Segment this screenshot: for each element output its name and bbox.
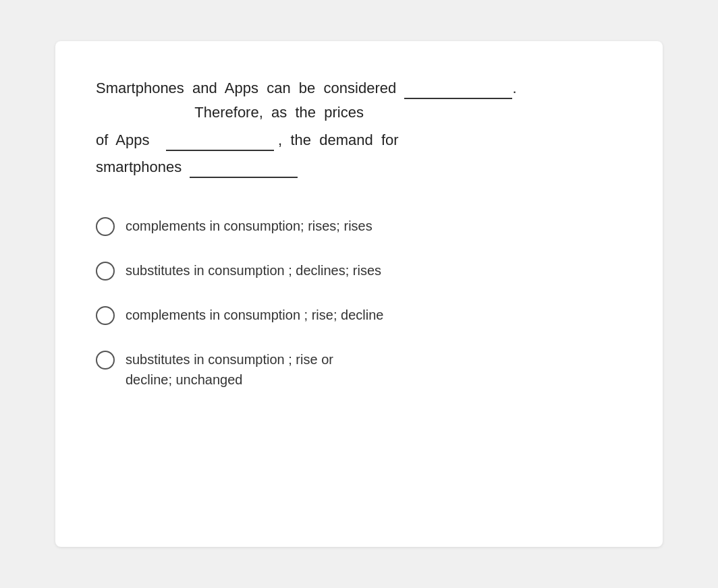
option-a-label: complements in consumption; rises; rises (126, 216, 372, 236)
question-line2: Therefore, as the prices (96, 104, 364, 121)
question-card: Smartphones and Apps can be considered .… (55, 41, 663, 547)
option-a[interactable]: complements in consumption; rises; rises (96, 204, 622, 248)
option-c-label: complements in consumption ; rise; decli… (126, 305, 383, 325)
blank-2 (166, 125, 274, 151)
option-d[interactable]: substitutes in consumption ; rise ordecl… (96, 337, 622, 402)
option-d-label: substitutes in consumption ; rise ordecl… (126, 349, 333, 390)
radio-a[interactable] (96, 217, 115, 236)
blank-3 (190, 152, 298, 178)
option-c[interactable]: complements in consumption ; rise; decli… (96, 293, 622, 337)
question-line3: of Apps , the demand for (96, 131, 399, 148)
option-b-label: substitutes in consumption ; declines; r… (126, 260, 381, 281)
question-line1: Smartphones and Apps can be considered . (96, 80, 517, 96)
blank-1 (404, 74, 512, 99)
question-line4: smartphones (96, 158, 298, 175)
options-list: complements in consumption; rises; rises… (96, 204, 622, 402)
radio-b[interactable] (96, 262, 115, 281)
question-text: Smartphones and Apps can be considered .… (96, 74, 622, 179)
radio-d[interactable] (96, 351, 115, 370)
radio-c[interactable] (96, 306, 115, 325)
option-b[interactable]: substitutes in consumption ; declines; r… (96, 248, 622, 293)
